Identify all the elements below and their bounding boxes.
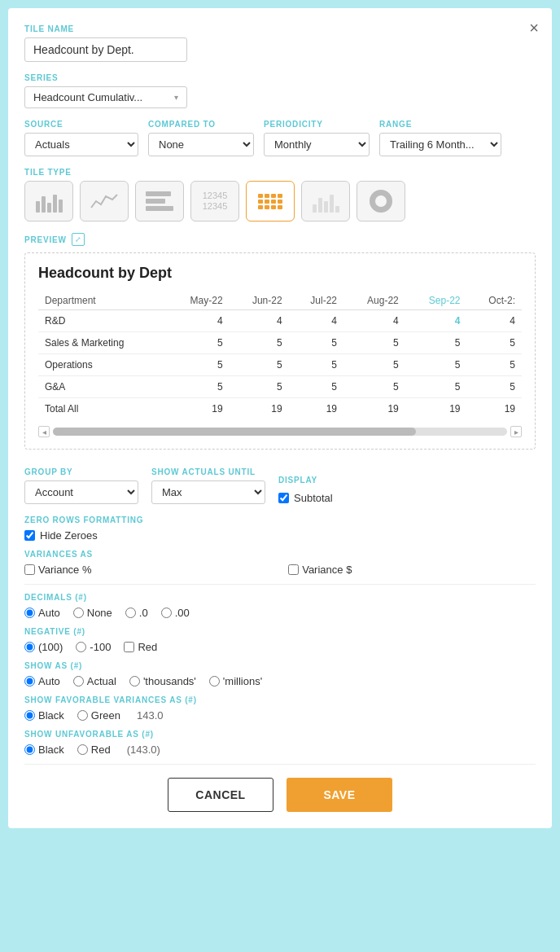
group-by-select[interactable]: Account Department Class [24, 480, 138, 504]
show-as-auto-label: Auto [38, 675, 60, 687]
scroll-track[interactable] [53, 428, 507, 436]
hide-zeroes-label: Hide Zeroes [40, 529, 98, 542]
variance-dollar-checkbox[interactable] [288, 564, 299, 575]
grid-tile-icon [256, 192, 284, 211]
hbar-chart-icon [146, 191, 173, 211]
variance-pct-label: Variance % [38, 564, 92, 576]
tile-type-label: TILE TYPE [24, 168, 536, 177]
show-as-auto-radio[interactable] [24, 676, 35, 687]
source-select[interactable]: Actuals Budget Forecast [24, 133, 138, 156]
show-as-millions-label: 'millions' [223, 675, 262, 687]
show-as-actual-radio[interactable] [73, 676, 84, 687]
tile-type-grid[interactable] [246, 181, 295, 222]
variance-dollar-label: Variance $ [302, 564, 352, 576]
show-as-millions-radio[interactable] [209, 676, 220, 687]
tile-type-bar2[interactable] [301, 181, 350, 222]
unfavorable-black-label: Black [38, 744, 64, 756]
decimal-auto-radio[interactable] [24, 608, 35, 618]
series-arrow-icon: ▾ [174, 93, 178, 102]
favorable-green-label: Green [91, 709, 120, 722]
decimal-2-radio[interactable] [161, 608, 172, 618]
unfavorable-red-radio[interactable] [77, 744, 88, 755]
range-label: RANGE [379, 120, 501, 129]
subtotal-label: Subtotal [294, 492, 333, 504]
favorable-label: SHOW FAVORABLE VARIANCES AS (#) [24, 695, 536, 704]
tile-name-input[interactable] [24, 37, 187, 62]
table-row: Sales & Marketing555555 [38, 332, 522, 354]
unfavorable-black-radio[interactable] [24, 744, 35, 755]
col-header-jun: Jun-22 [230, 292, 289, 310]
number-tile-icon: 1234512345 [203, 191, 228, 212]
range-select[interactable]: Trailing 6 Month... Trailing 12 Months Y… [379, 133, 501, 156]
modal-container: × TILE NAME SERIES Headcount Cumulativ..… [8, 8, 552, 828]
show-as-thousands-label: 'thousands' [143, 675, 196, 687]
tile-type-hbar[interactable] [135, 181, 184, 222]
series-dropdown[interactable]: Headcount Cumulativ... ▾ [24, 86, 187, 108]
tile-name-label: TILE NAME [24, 24, 536, 33]
negative-minus-label: -100 [90, 641, 111, 653]
periodicity-select[interactable]: Monthly Quarterly Annually [264, 133, 370, 156]
favorable-value-display: 143.0 [137, 709, 164, 722]
col-header-aug: Aug-22 [343, 292, 405, 310]
table-row: R&D444444 [38, 310, 522, 332]
tile-type-bar[interactable] [24, 181, 73, 222]
unfavorable-label: SHOW UNFAVORABLE AS (#) [24, 730, 536, 739]
col-header-oct: Oct-2: [467, 292, 522, 310]
compared-to-label: COMPARED TO [148, 120, 254, 129]
preview-table: Department May-22 Jun-22 Jul-22 Aug-22 S… [38, 292, 522, 419]
donut-chart-icon [370, 190, 392, 213]
decimal-1-label: .0 [139, 607, 148, 619]
show-actuals-label: SHOW ACTUALS UNTIL [151, 467, 265, 476]
expand-icon[interactable]: ⤢ [72, 233, 85, 246]
variance-pct-checkbox[interactable] [24, 564, 35, 575]
unfavorable-red-label: Red [91, 744, 111, 756]
footer-buttons: CANCEL SAVE [24, 764, 536, 828]
tile-type-line[interactable] [80, 181, 129, 222]
preview-label: PREVIEW [24, 235, 67, 244]
decimal-none-radio[interactable] [73, 608, 84, 618]
show-as-label: SHOW AS (#) [24, 661, 536, 670]
negative-red-checkbox[interactable] [124, 642, 134, 652]
cancel-button[interactable]: CANCEL [168, 778, 273, 812]
unfavorable-value-display: (143.0) [127, 744, 160, 756]
hide-zeroes-checkbox[interactable] [24, 530, 35, 541]
compared-to-select[interactable]: None Budget Prior Year [148, 133, 254, 156]
favorable-black-radio[interactable] [24, 710, 35, 721]
close-button[interactable]: × [529, 20, 539, 36]
favorable-black-label: Black [38, 709, 64, 722]
series-label: SERIES [24, 73, 536, 82]
show-as-actual-label: Actual [87, 675, 116, 687]
bar-chart-icon [36, 190, 63, 213]
scroll-left-icon[interactable]: ◂ [38, 426, 50, 437]
negative-red-label: Red [138, 641, 157, 653]
decimal-auto-label: Auto [38, 607, 60, 619]
negative-paren-label: (100) [38, 641, 63, 653]
decimal-1-radio[interactable] [125, 608, 136, 618]
scroll-right-icon[interactable]: ▸ [510, 426, 522, 437]
decimal-none-label: None [87, 607, 112, 619]
col-header-jul: Jul-22 [289, 292, 343, 310]
series-value: Headcount Cumulativ... [33, 91, 142, 103]
show-actuals-select[interactable]: Max Current Month Prior Month [151, 480, 265, 504]
display-label: DISPLAY [278, 476, 333, 485]
preview-chart-title: Headcount by Dept [38, 265, 522, 282]
col-header-may: May-22 [166, 292, 230, 310]
show-as-thousands-radio[interactable] [129, 676, 140, 687]
decimals-label: DECIMALS (#) [24, 593, 536, 602]
bar2-chart-icon [313, 190, 339, 213]
negative-minus-radio[interactable] [76, 642, 86, 652]
tile-type-number[interactable]: 1234512345 [190, 181, 239, 222]
table-row: G&A555555 [38, 376, 522, 398]
decimal-2-label: .00 [175, 607, 190, 619]
preview-box: Headcount by Dept Department May-22 Jun-… [24, 252, 536, 450]
subtotal-checkbox[interactable] [278, 493, 289, 503]
save-button[interactable]: SAVE [287, 778, 392, 812]
col-header-dept: Department [38, 292, 166, 310]
line-chart-icon [90, 186, 119, 216]
scroll-thumb [53, 428, 416, 436]
favorable-green-radio[interactable] [77, 710, 88, 721]
tile-type-donut[interactable] [357, 181, 405, 222]
source-label: SOURCE [24, 120, 138, 129]
table-row: Operations555555 [38, 354, 522, 376]
negative-paren-radio[interactable] [24, 642, 35, 652]
